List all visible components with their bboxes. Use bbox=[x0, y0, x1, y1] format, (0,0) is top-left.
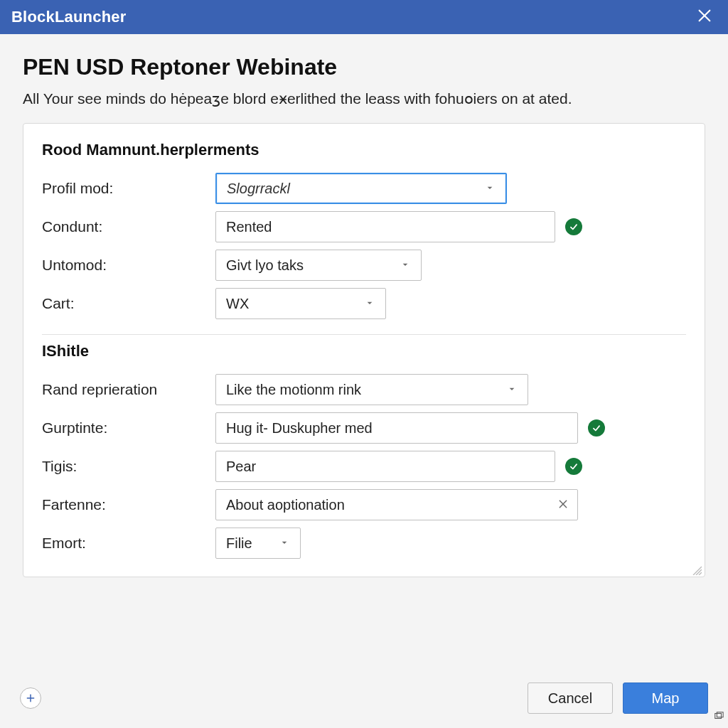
input-tigis-value: Pear bbox=[226, 459, 256, 475]
check-icon bbox=[588, 419, 605, 437]
titlebar: BlockLauncher bbox=[0, 0, 728, 34]
resize-handle-icon[interactable] bbox=[692, 565, 702, 575]
input-condunt-value: Rented bbox=[226, 219, 272, 235]
label-emort: Emort: bbox=[42, 535, 205, 552]
svg-rect-6 bbox=[715, 714, 722, 719]
label-rand: Rand reprieration bbox=[42, 381, 205, 398]
chevron-down-icon bbox=[400, 257, 411, 274]
label-fartenne: Fartenne: bbox=[42, 496, 205, 513]
input-condunt[interactable]: Rented bbox=[215, 211, 555, 242]
label-profil-mod: Profil mod: bbox=[42, 180, 205, 197]
map-button[interactable]: Map bbox=[623, 682, 708, 714]
row-profil-mod: Profil mod: Slogrrackl bbox=[42, 169, 686, 208]
input-gurptinte[interactable]: Hug it- Duskupher med bbox=[215, 412, 578, 444]
row-tigis: Tigis: Pear bbox=[42, 447, 686, 486]
label-tigis: Tigis: bbox=[42, 458, 205, 475]
row-fartenne: Fartenne: About aoptionation bbox=[42, 486, 686, 524]
cancel-button[interactable]: Cancel bbox=[528, 682, 613, 714]
check-icon bbox=[565, 218, 582, 235]
content: PEN USD Reptoner Webinate All Your see m… bbox=[0, 34, 728, 675]
label-untomod: Untomod: bbox=[42, 257, 205, 274]
select-profil-mod[interactable]: Slogrrackl bbox=[215, 173, 507, 204]
check-icon bbox=[565, 458, 582, 475]
chevron-down-icon bbox=[364, 296, 375, 312]
svg-rect-7 bbox=[717, 712, 723, 717]
app-title: BlockLauncher bbox=[11, 8, 127, 26]
row-gurptinte: Gurptinte: Hug it- Duskupher med bbox=[42, 409, 686, 447]
footer-actions: Cancel Map bbox=[528, 682, 708, 714]
chevron-down-icon bbox=[484, 181, 496, 197]
page-subtitle: All Your see minds do hėpeaӡe blord eӿer… bbox=[23, 90, 705, 107]
row-emort: Emort: Filie bbox=[42, 524, 686, 562]
select-emort-value: Filie bbox=[226, 535, 252, 552]
chevron-down-icon bbox=[279, 535, 290, 552]
label-condunt: Condunt: bbox=[42, 218, 205, 235]
label-cart: Cart: bbox=[42, 295, 205, 312]
page-title: PEN USD Reptoner Webinate bbox=[23, 54, 705, 80]
select-untomod-value: Givt lyo taks bbox=[226, 257, 304, 274]
row-cart: Cart: WX bbox=[42, 284, 686, 323]
select-rand-value: Like the motionm rink bbox=[226, 382, 361, 398]
select-untomod[interactable]: Givt lyo taks bbox=[215, 250, 422, 281]
input-fartenne-value: About aoptionation bbox=[226, 497, 345, 513]
row-condunt: Condunt: Rented bbox=[42, 208, 686, 246]
select-profil-mod-value: Slogrrackl bbox=[227, 181, 290, 197]
window: BlockLauncher PEN USD Reptoner Webinate … bbox=[0, 0, 728, 728]
label-gurptinte: Gurptinte: bbox=[42, 419, 205, 437]
add-button[interactable] bbox=[20, 687, 41, 709]
select-rand[interactable]: Like the motionm rink bbox=[215, 374, 528, 405]
row-untomod: Untomod: Givt lyo taks bbox=[42, 246, 686, 284]
close-icon[interactable] bbox=[692, 5, 717, 29]
settings-panel: Rood Mamnunt.herplerments Profil mod: Sl… bbox=[23, 123, 705, 577]
window-resize-icon[interactable] bbox=[714, 711, 724, 724]
clear-icon[interactable] bbox=[557, 497, 569, 513]
footer: Cancel Map bbox=[0, 675, 728, 728]
section2-title: IShitle bbox=[42, 342, 686, 360]
select-cart[interactable]: WX bbox=[215, 288, 386, 319]
section-divider bbox=[42, 334, 686, 335]
select-emort[interactable]: Filie bbox=[215, 528, 301, 559]
section1-title: Rood Mamnunt.herplerments bbox=[42, 141, 686, 159]
row-rand: Rand reprieration Like the motionm rink bbox=[42, 370, 686, 409]
chevron-down-icon bbox=[506, 382, 518, 398]
input-tigis[interactable]: Pear bbox=[215, 451, 555, 482]
input-fartenne[interactable]: About aoptionation bbox=[215, 489, 578, 520]
select-cart-value: WX bbox=[226, 296, 249, 312]
input-gurptinte-value: Hug it- Duskupher med bbox=[226, 420, 373, 437]
